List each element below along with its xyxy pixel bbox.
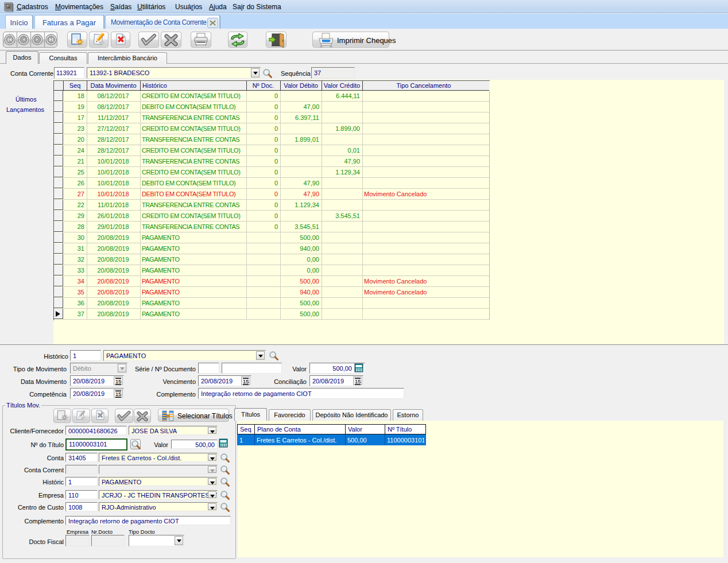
- svg-text:15: 15: [355, 378, 361, 385]
